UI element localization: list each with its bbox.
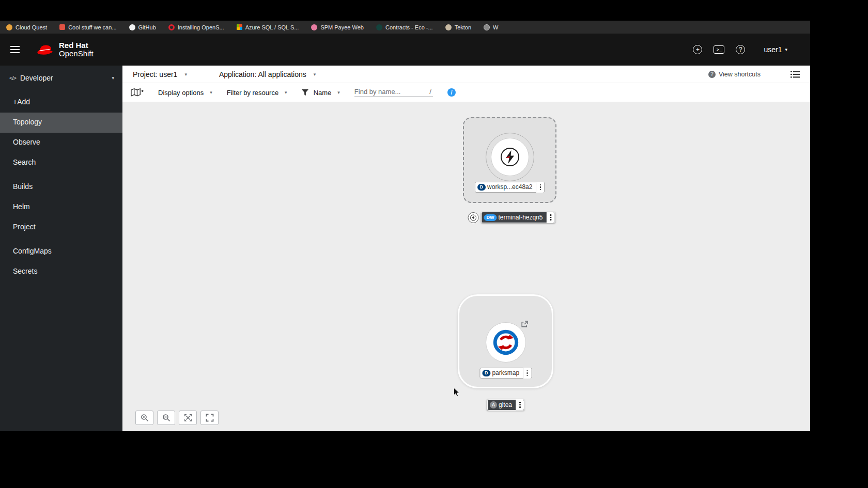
zoom-in-button[interactable] [135,411,153,425]
gitea-node[interactable]: A gitea [487,399,524,411]
filter-by-resource-dropdown[interactable]: Filter by resource ▾ [227,89,287,97]
bookmark-cool-stuff[interactable]: Cool stuff we can... [59,24,116,30]
gitea-node-name: gitea [497,400,516,410]
bookmark-spm-payee[interactable]: SPM Payee Web [311,24,364,30]
perspective-switcher[interactable]: </> Developer ▾ [0,66,122,88]
display-options-dropdown[interactable]: Display options ▾ [158,89,212,97]
sidebar: </> Developer ▾ +Add Topology Observe Se… [0,66,122,431]
quick-create-icon[interactable]: + [693,45,702,54]
terminal-node-label[interactable]: DW terminal-hezqn5 [481,212,555,223]
project-dropdown[interactable]: Project: user1 ▾ [133,70,187,78]
bookmarks-bar: Cloud Quest Cool stuff we can... GitHub … [0,21,810,34]
reset-view-button[interactable] [200,411,219,425]
view-shortcuts-link[interactable]: View shortcuts [719,71,761,78]
topology-toolbar: Display options ▾ Filter by resource ▾ N… [122,83,810,102]
sidebar-item-topology[interactable]: Topology [0,113,122,133]
info-icon[interactable]: i [447,88,456,97]
masthead: Red Hat OpenShift + >_ ? user1 ▾ [0,34,810,66]
deployment-badge: D [477,184,486,191]
filter-funnel-icon [302,89,308,96]
context-bar: Project: user1 ▾ Application: All applic… [122,66,810,83]
gitea-node-label[interactable]: A gitea [487,399,524,411]
chevron-down-icon: ▾ [112,75,114,81]
lightning-bolt-icon [500,147,520,167]
bookmark-cloud-quest[interactable]: Cloud Quest [6,24,47,30]
chevron-down-icon: ▾ [785,47,787,52]
help-icon[interactable]: ? [736,45,745,54]
topology-view-icon[interactable] [131,88,144,98]
brand-redhat: Red Hat [59,41,94,50]
parksmap-node-label[interactable]: D parksmap [479,368,532,379]
parksmap-node-circle[interactable] [486,322,526,363]
workspace-deployment-node[interactable]: D worksp...ec48a2 [463,117,556,203]
chevron-down-icon: ▾ [184,72,187,77]
chevron-down-icon: ▾ [210,90,212,95]
user-menu[interactable]: user1 ▾ [764,45,787,54]
bookmark-label: W [493,24,498,30]
application-badge: A [490,401,497,408]
openshift-ring-icon [168,24,175,30]
sidebar-item-helm[interactable]: Helm [0,197,122,217]
masthead-toolbar: + >_ ? user1 ▾ [693,45,802,54]
application-group-node[interactable]: D parksmap [458,294,553,388]
favicon-tekton [445,24,452,30]
project-dropdown-label: Project: user1 [133,70,177,78]
fit-to-screen-button[interactable] [179,411,197,425]
topology-canvas[interactable]: D worksp...ec48a2 DW te [122,102,810,431]
redhat-openshift-logo: Red Hat OpenShift [35,41,94,58]
bookmark-contracts[interactable]: Contracts - Eco -... [376,24,433,30]
filter-by-resource-label: Filter by resource [227,89,278,97]
sidebar-item-configmaps[interactable]: ConfigMaps [0,242,122,262]
mouse-cursor [453,387,460,398]
deployment-badge: D [482,370,491,376]
web-terminal-icon[interactable]: >_ [714,45,724,54]
kebab-menu-icon[interactable] [516,400,524,410]
favicon-contracts [376,24,382,30]
favicon-spm [311,24,317,30]
sidebar-item-search[interactable]: Search [0,153,122,173]
sidebar-item-project[interactable]: Project [0,217,122,238]
bookmark-installing-openshift[interactable]: Installing OpenS... [168,24,224,30]
zoom-out-button[interactable] [157,411,175,425]
application-dropdown[interactable]: Application: All applications ▾ [219,70,316,78]
bookmark-tekton[interactable]: Tekton [445,24,471,30]
kebab-menu-icon[interactable] [536,182,544,193]
nav-toggle-button[interactable] [8,40,28,59]
sidebar-item-secrets[interactable]: Secrets [0,262,122,282]
devworkspace-decorator-icon [468,212,478,223]
bookmark-label: Azure SQL / SQL S... [245,24,299,30]
workspace-node-label[interactable]: D worksp...ec48a2 [475,182,545,193]
favicon-cloud-quest [6,24,12,30]
application-dropdown-label: Application: All applications [219,70,306,78]
bookmark-label: Cloud Quest [16,24,47,30]
name-filter-dropdown[interactable]: Name ▾ [302,89,340,97]
username: user1 [764,45,782,54]
workspace-node-circle[interactable] [491,138,529,176]
find-by-name-input[interactable] [354,88,428,96]
perspective-label: Developer [20,74,53,82]
help-circle-icon: ? [708,71,716,78]
name-filter-label: Name [314,89,332,97]
developer-perspective-icon: </> [9,75,16,81]
main-content: Project: user1 ▾ Application: All applic… [122,66,810,431]
parksmap-builder-icon [492,329,519,356]
list-view-icon[interactable] [791,71,800,78]
terminal-node[interactable]: DW terminal-hezqn5 [468,212,555,223]
external-link-icon[interactable] [521,321,528,328]
bookmark-github[interactable]: GitHub [129,24,156,30]
bookmark-azure-sql[interactable]: Azure SQL / SQL S... [237,24,299,30]
sidebar-item-observe[interactable]: Observe [0,133,122,153]
bookmark-label: Installing OpenS... [178,24,224,30]
bookmark-label: Cool stuff we can... [68,24,116,30]
kebab-menu-icon[interactable] [547,212,555,223]
sidebar-nav: +Add Topology Observe Search Builds Helm… [0,92,122,282]
chevron-down-icon: ▾ [314,72,316,77]
brand-openshift: OpenShift [59,50,94,58]
parksmap-node-name: parksmap [490,368,523,378]
kebab-menu-icon[interactable] [523,368,531,379]
favicon-cool-stuff [59,24,65,30]
bookmark-w[interactable]: W [484,24,498,30]
sidebar-item-builds[interactable]: Builds [0,177,122,197]
sidebar-item-add[interactable]: +Add [0,92,122,113]
chevron-down-icon: ▾ [285,90,287,95]
